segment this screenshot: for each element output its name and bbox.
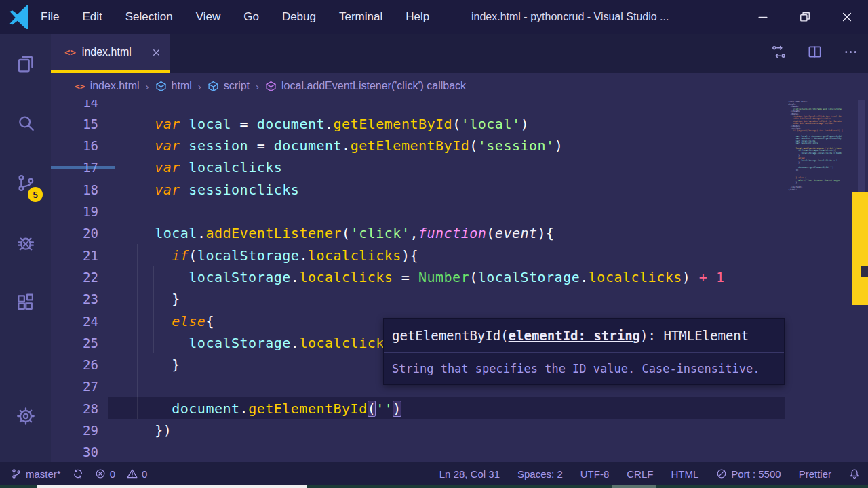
ellipsis-icon[interactable]	[843, 44, 859, 62]
code-line-19[interactable]: 19	[51, 201, 868, 223]
code-line-18[interactable]: 18 var sessionclicks	[51, 178, 868, 201]
title-bar: FileEditSelectionViewGoDebugTerminalHelp…	[0, 0, 868, 34]
minimize-button[interactable]	[742, 0, 784, 34]
menu-file[interactable]: File	[41, 10, 59, 24]
code-text: var local = document.getElementById('loc…	[121, 116, 529, 132]
code-text: else{	[121, 313, 214, 329]
menu-go[interactable]: Go	[243, 10, 259, 24]
line-number: 20	[51, 226, 98, 241]
code-line-29[interactable]: 29 })	[51, 420, 868, 442]
status-utf-8[interactable]: UTF-8	[580, 468, 610, 480]
footer-strip-segment	[307, 485, 612, 488]
vscode-logo-icon	[7, 5, 31, 29]
code-text: document.getElementById('')	[121, 401, 401, 417]
code-text: var localclicks	[121, 159, 282, 176]
activity-debug-icon[interactable]	[0, 213, 51, 272]
menu-debug[interactable]: Debug	[282, 10, 316, 24]
html-file-icon: <>	[64, 47, 76, 58]
tab-close-icon[interactable]	[151, 47, 161, 58]
error-circle-icon	[95, 468, 106, 479]
window-title: index.html - pythoncrud - Visual Studio …	[471, 0, 669, 34]
code-text: localStorage.localclicks = 1	[121, 335, 427, 351]
activity-files-icon[interactable]	[0, 34, 51, 94]
status-0[interactable]: 0	[95, 468, 115, 480]
scrollbar-thumb[interactable]	[858, 100, 865, 192]
code-text: local.addEventListener('click',function(…	[121, 225, 555, 241]
status-sync[interactable]	[73, 468, 83, 479]
footer-strip-segment	[656, 485, 868, 488]
status-bar-left: master*00	[0, 468, 147, 480]
restore-button[interactable]	[784, 0, 826, 34]
editor-actions	[771, 34, 859, 73]
activity-source-control-icon[interactable]: 5	[0, 153, 51, 213]
activity-extensions-icon[interactable]	[0, 272, 51, 332]
line-number: 16	[51, 138, 98, 153]
footer-strip-segment	[37, 485, 307, 488]
git-branch-icon	[11, 468, 22, 479]
menu-edit[interactable]: Edit	[82, 10, 102, 24]
tooltip-description: String that specifies the ID value. Case…	[384, 352, 784, 384]
status-prettier[interactable]: Prettier	[799, 468, 831, 480]
breadcrumb-item-1[interactable]: <>index.html	[75, 80, 140, 92]
code-icon: <>	[75, 81, 85, 92]
footer-progress-strip	[0, 485, 868, 488]
warning-triangle-icon	[127, 468, 138, 479]
editor-pane[interactable]: 1415 var local = document.getElementById…	[51, 100, 868, 462]
line-number: 27	[51, 379, 98, 394]
code-line-17[interactable]: 17 var localclicks	[51, 157, 868, 179]
status-label: Prettier	[799, 468, 831, 480]
code-line-28[interactable]: 28 document.getElementById('')	[51, 397, 868, 420]
breadcrumb-item-2[interactable]: html	[155, 80, 192, 92]
status-spaces-2[interactable]: Spaces: 2	[517, 468, 563, 480]
cube-icon	[265, 81, 277, 92]
minimap-current-line	[51, 166, 115, 169]
status-master[interactable]: master*	[11, 468, 61, 480]
menu-terminal[interactable]: Terminal	[339, 10, 382, 24]
status-ln-28-col-31[interactable]: Ln 28, Col 31	[439, 468, 500, 480]
line-number: 30	[51, 445, 98, 460]
code-line-30[interactable]: 30	[51, 441, 868, 462]
breadcrumb-item-3[interactable]: script	[208, 80, 250, 92]
status-label: 0	[142, 468, 147, 480]
minimap[interactable]: <!DOCTYPE html><html> <head> <title>Sess…	[788, 101, 852, 203]
open-changes-icon[interactable]	[771, 44, 787, 62]
close-button[interactable]	[826, 0, 868, 34]
menu-help[interactable]: Help	[406, 10, 429, 24]
status-bar-right: Ln 28, Col 31Spaces: 2UTF-8CRLFHTMLPort …	[439, 462, 860, 485]
activity-gear-icon[interactable]	[0, 386, 51, 446]
scm-badge: 5	[28, 187, 43, 202]
line-number: 22	[51, 270, 98, 285]
line-number: 26	[51, 357, 98, 372]
code-line-23[interactable]: 23 }	[51, 288, 868, 310]
status-label: HTML	[671, 468, 698, 480]
status-0[interactable]: 0	[127, 468, 147, 480]
code-line-20[interactable]: 20 local.addEventListener('click',functi…	[51, 222, 868, 245]
breadcrumb-item-4[interactable]: local.addEventListener('click') callback	[265, 80, 466, 92]
tab-index-html[interactable]: <> index.html	[51, 34, 170, 73]
status-label: Ln 28, Col 31	[439, 468, 500, 480]
status-port-5500[interactable]: Port : 5500	[716, 468, 781, 480]
menu-view[interactable]: View	[196, 10, 221, 24]
breadcrumb-separator: ›	[256, 81, 259, 92]
code-line-16[interactable]: 16 var session = document.getElementById…	[51, 135, 868, 157]
code-text: })	[121, 422, 172, 439]
code-line-14[interactable]: 14	[51, 100, 868, 113]
code-line-15[interactable]: 15 var local = document.getElementById('…	[51, 113, 868, 135]
activity-search-icon[interactable]	[0, 94, 51, 153]
footer-strip-segment	[0, 485, 37, 488]
hover-tooltip: getElementById(elementId: string): HTMLE…	[383, 318, 785, 385]
breadcrumb-label: index.html	[90, 80, 140, 92]
bell-icon	[849, 468, 860, 479]
activity-bar: 5	[0, 34, 51, 462]
split-editor-icon[interactable]	[807, 44, 823, 62]
line-number: 28	[51, 401, 98, 416]
status-label: 0	[110, 468, 115, 480]
code-line-21[interactable]: 21 if(localStorage.localclicks){	[51, 244, 868, 266]
circle-slash-icon	[716, 468, 727, 479]
code-line-22[interactable]: 22 localStorage.localclicks = Number(loc…	[51, 266, 868, 288]
status-crlf[interactable]: CRLF	[627, 468, 653, 480]
status-bell[interactable]	[849, 468, 860, 479]
vscode-window: FileEditSelectionViewGoDebugTerminalHelp…	[0, 0, 868, 488]
menu-selection[interactable]: Selection	[125, 10, 173, 24]
status-html[interactable]: HTML	[671, 468, 698, 480]
